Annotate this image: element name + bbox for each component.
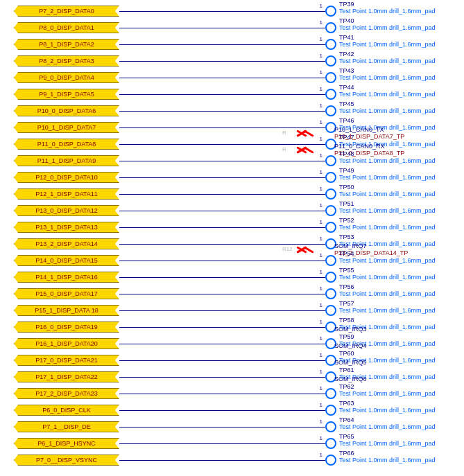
testpoint-ref: TP58 — [339, 317, 464, 324]
wire: 1 — [119, 227, 325, 228]
testpoint-desc: Test Point 1.0mm drill_1.6mm_pad — [339, 91, 436, 98]
testpoint-desc: Test Point 1.0mm drill_1.6mm_pad — [339, 257, 436, 264]
wire: 1 — [119, 310, 325, 311]
net-label-blue: SOM_IRQ6 — [334, 376, 367, 382]
testpoint-labels: TP54Test Point 1.0mm drill_1.6mm_pad — [339, 258, 464, 264]
testpoint-icon — [325, 188, 336, 200]
testpoint-ref: TP51 — [339, 200, 464, 207]
testpoint-labels: TP65Test Point 1.0mm drill_1.6mm_pad — [339, 441, 464, 447]
testpoint-ref: TP48 — [339, 150, 464, 157]
pin-number: 1 — [320, 236, 323, 242]
signal-port: P8_0_DISP_DATA1 — [14, 22, 119, 33]
wire: 1 — [119, 261, 325, 261]
testpoint-desc: Test Point 1.0mm drill_1.6mm_pad — [339, 307, 436, 314]
net-label-blue: SOM_IRQ7 — [334, 243, 408, 249]
signal-port: P14_0_DISP_DATA15 — [14, 255, 119, 266]
signal-port: P7_0__DISP_VSYNC — [14, 455, 119, 466]
testpoint-desc: Test Point 1.0mm drill_1.6mm_pad — [339, 224, 436, 231]
testpoint-desc: Test Point 1.0mm drill_1.6mm_pad — [339, 423, 436, 430]
pin-number: 1 — [320, 369, 323, 375]
testpoint-desc: Test Point 1.0mm drill_1.6mm_pad — [339, 207, 436, 214]
testpoint-icon — [325, 421, 336, 432]
signal-port: P17_0_DISP_DATA21 — [14, 355, 119, 366]
pin-number: 1 — [320, 36, 323, 42]
testpoint-desc: Test Point 1.0mm drill_1.6mm_pad — [339, 8, 436, 15]
testpoint-icon — [325, 172, 336, 183]
testpoint-labels: TP57Test Point 1.0mm drill_1.6mm_pad — [339, 308, 464, 314]
wire: 1 — [119, 61, 325, 62]
wire: 1 — [119, 443, 325, 444]
wire: 1 — [119, 177, 325, 178]
testpoint-labels: TP40Test Point 1.0mm drill_1.6mm_pad — [339, 25, 464, 31]
testpoint-ref: TP47 — [339, 134, 464, 141]
wire: 1 — [119, 194, 325, 195]
wire: SOM_IRQ61 — [119, 377, 325, 378]
pin-number: 1 — [320, 418, 323, 425]
testpoint-icon — [325, 55, 336, 67]
testpoint-ref: TP53 — [339, 233, 464, 240]
testpoint-desc: Test Point 1.0mm drill_1.6mm_pad — [339, 407, 436, 414]
wire: 1 — [119, 44, 325, 45]
testpoint-desc: Test Point 1.0mm drill_1.6mm_pad — [339, 290, 436, 297]
net-label-blue: SOM_IRQ3 — [334, 326, 367, 333]
signal-port: P8_1_DISP_DATA2 — [14, 39, 119, 50]
pin-number: 1 — [320, 186, 323, 192]
testpoint-labels: TP43Test Point 1.0mm drill_1.6mm_pad — [339, 75, 464, 81]
wire: SOM_IRQ51 — [119, 360, 325, 361]
wire: R12SOM_IRQ7P13_2_DISP_DATA14_TP1 — [119, 244, 325, 245]
net-labels: SOM_IRQ4 — [334, 342, 367, 349]
net-label-blue: P10_1_CAN0_TX — [334, 126, 404, 133]
signal-port: P17_1_DISP_DATA22 — [14, 371, 119, 382]
testpoint-desc: Test Point 1.0mm drill_1.6mm_pad — [339, 24, 436, 31]
testpoint-labels: TP45Test Point 1.0mm drill_1.6mm_pad — [339, 108, 464, 114]
resistor-ref: R12 — [282, 246, 293, 252]
wire: 1 — [119, 28, 325, 28]
testpoint-ref: TP52 — [339, 217, 464, 224]
testpoint-desc: Test Point 1.0mm drill_1.6mm_pad — [339, 440, 436, 447]
testpoint-ref: TP54 — [339, 250, 464, 257]
signal-port: P15_0_DISP_DATA17 — [14, 288, 119, 299]
testpoint-labels: TP52Test Point 1.0mm drill_1.6mm_pad — [339, 224, 464, 231]
testpoint-labels: TP41Test Point 1.0mm drill_1.6mm_pad — [339, 42, 464, 48]
testpoint-ref: TP60 — [339, 350, 464, 357]
signal-port: P11_1_DISP_DATA9 — [14, 155, 119, 166]
resistor-ref: R — [282, 130, 286, 136]
testpoint-icon — [325, 388, 336, 399]
signal-port: P16_0_DISP_DATA19 — [14, 321, 119, 333]
testpoint-desc: Test Point 1.0mm drill_1.6mm_pad — [339, 107, 436, 114]
signal-port: P13_0_DISP_DATA12 — [14, 205, 119, 216]
testpoint-ref: TP64 — [339, 416, 464, 423]
testpoint-desc: Test Point 1.0mm drill_1.6mm_pad — [339, 457, 436, 464]
signal-port: P11_0_DISP_DATA8 — [14, 139, 119, 150]
net-label-blue: SOM_IRQ5 — [334, 359, 367, 366]
testpoint-icon — [325, 222, 336, 233]
testpoint-desc: Test Point 1.0mm drill_1.6mm_pad — [339, 390, 436, 397]
pin-number: 1 — [320, 3, 323, 9]
wire: 1 — [119, 111, 325, 112]
wire: 1 — [119, 277, 325, 278]
testpoint-labels: TP64Test Point 1.0mm drill_1.6mm_pad — [339, 424, 464, 430]
signal-port: P13_2_DISP_DATA14 — [14, 238, 119, 249]
testpoint-icon — [325, 205, 336, 216]
testpoint-ref: TP49 — [339, 167, 464, 174]
testpoint-labels: TP56Test Point 1.0mm drill_1.6mm_pad — [339, 291, 464, 297]
pin-number: 1 — [320, 169, 323, 175]
signal-port: P15_1_DISP_DATA 18 — [14, 305, 119, 316]
testpoint-labels: TP44Test Point 1.0mm drill_1.6mm_pad — [339, 91, 464, 98]
pin-number: 1 — [320, 202, 323, 209]
wire: 1 — [119, 460, 325, 461]
testpoint-ref: TP56 — [339, 283, 464, 290]
pin-number: 1 — [320, 285, 323, 292]
testpoint-labels: TP50Test Point 1.0mm drill_1.6mm_pad — [339, 191, 464, 197]
testpoint-icon — [325, 272, 336, 283]
pin-number: 1 — [320, 402, 323, 408]
wire: 1 — [119, 78, 325, 78]
testpoint-labels: TP48Test Point 1.0mm drill_1.6mm_pad — [339, 158, 464, 164]
signal-port: P7_2_DISP_DATA0 — [14, 6, 119, 17]
pin-number: 1 — [320, 69, 323, 76]
testpoint-desc: Test Point 1.0mm drill_1.6mm_pad — [339, 174, 436, 181]
wire: 1 — [119, 294, 325, 294]
net-labels: SOM_IRQ6 — [334, 376, 367, 382]
testpoint-icon — [325, 405, 336, 416]
net-labels: SOM_IRQ5 — [334, 359, 367, 366]
